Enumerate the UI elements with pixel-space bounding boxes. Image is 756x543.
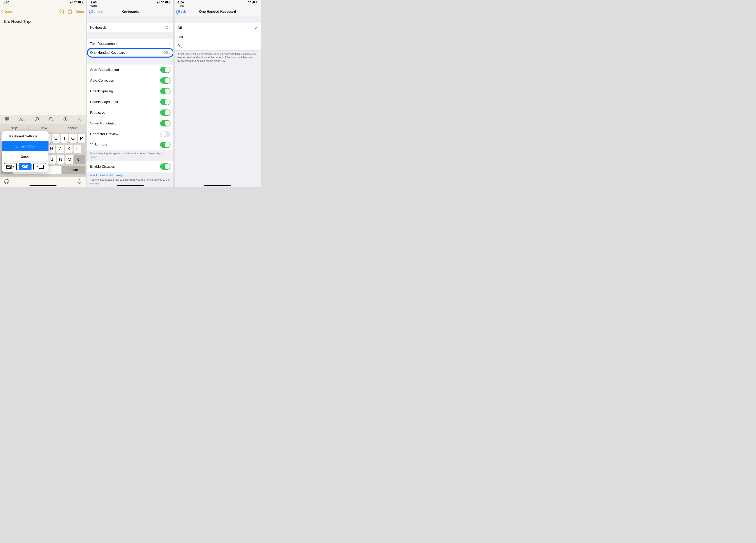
- toggle[interactable]: [160, 163, 171, 170]
- back-label: Back: [178, 10, 186, 14]
- row-caps[interactable]: Enable Caps Lock: [87, 97, 173, 107]
- toggle[interactable]: [160, 131, 171, 137]
- phone-notes: 1:00 Notes Done It's Road Trip Aa: [0, 0, 86, 187]
- toggle[interactable]: [160, 142, 171, 148]
- svg-rect-35: [24, 166, 25, 167]
- toggle[interactable]: [160, 120, 171, 126]
- emoji-icon[interactable]: [4, 179, 9, 185]
- key-k[interactable]: K: [65, 145, 73, 153]
- back-label: Notes: [4, 10, 13, 14]
- popup-keyboard-settings[interactable]: Keyboard Settings…: [2, 131, 48, 141]
- key-return[interactable]: return: [62, 166, 85, 174]
- close-icon[interactable]: [78, 117, 81, 122]
- key-l[interactable]: L: [74, 145, 81, 153]
- row-one-handed[interactable]: One Handed Keyboard Off›: [87, 48, 173, 57]
- svg-rect-0: [69, 3, 70, 3]
- row-char-preview[interactable]: Character Preview: [87, 129, 173, 139]
- add-icon[interactable]: [49, 117, 53, 122]
- add-person-icon[interactable]: [59, 9, 64, 15]
- phone-one-handed: 1:00 Notes Back One Handed Keyboard Off …: [175, 0, 261, 187]
- row-auto-corr[interactable]: Auto-Correction: [87, 75, 173, 86]
- svg-point-15: [4, 179, 9, 184]
- toggle[interactable]: [160, 99, 171, 105]
- toggle[interactable]: [160, 109, 171, 116]
- toggle[interactable]: [160, 67, 171, 73]
- svg-rect-54: [165, 1, 168, 3]
- markup-icon[interactable]: [63, 117, 68, 122]
- status-icons: [156, 1, 170, 3]
- row-predictive[interactable]: Predictive: [87, 107, 173, 118]
- text-style-button[interactable]: Aa: [19, 117, 25, 122]
- svg-rect-44: [39, 166, 40, 167]
- layout-full-button[interactable]: [19, 163, 32, 170]
- key-j[interactable]: J: [56, 145, 64, 153]
- svg-rect-42: [41, 165, 42, 166]
- row-auto-cap[interactable]: Auto-Capitalization: [87, 64, 173, 75]
- globe-popup: Keyboard Settings… English (US) Emoji: [2, 131, 48, 172]
- layout-right-button[interactable]: [33, 163, 46, 170]
- home-indicator[interactable]: [29, 185, 57, 186]
- share-icon[interactable]: [68, 9, 72, 15]
- row-spell[interactable]: Check Spelling: [87, 86, 173, 97]
- svg-rect-59: [247, 1, 247, 3]
- svg-rect-22: [9, 165, 9, 166]
- back-button[interactable]: General: [88, 9, 103, 14]
- option-left[interactable]: Left: [175, 33, 261, 41]
- key-m[interactable]: M: [65, 155, 73, 164]
- svg-rect-52: [159, 1, 160, 3]
- svg-rect-5: [78, 1, 81, 3]
- chevron-left-icon: [1, 9, 4, 14]
- back-button[interactable]: Notes: [1, 9, 13, 14]
- toggle[interactable]: [160, 88, 171, 94]
- done-button[interactable]: Done: [76, 10, 84, 14]
- status-icons: [244, 1, 257, 3]
- svg-rect-20: [7, 165, 7, 166]
- note-content[interactable]: It's Road Trip: [0, 16, 86, 115]
- breadcrumb-return[interactable]: Notes: [175, 4, 261, 7]
- settings-list[interactable]: Off ✓ Left Right If you have multiple ke…: [175, 16, 261, 187]
- chevron-right-icon: ›: [169, 25, 171, 30]
- row-keyboards[interactable]: Keyboards 2›: [87, 23, 173, 32]
- option-right[interactable]: Right: [175, 41, 261, 50]
- toggle[interactable]: [160, 77, 171, 84]
- svg-rect-34: [22, 166, 23, 167]
- dictation-icon[interactable]: [77, 179, 82, 185]
- prediction-3[interactable]: Tripping: [57, 124, 86, 133]
- key-i[interactable]: I: [61, 134, 68, 143]
- svg-rect-56: [244, 3, 244, 3]
- option-off[interactable]: Off ✓: [175, 23, 261, 33]
- back-label: General: [91, 10, 103, 14]
- home-indicator[interactable]: [117, 185, 144, 186]
- svg-rect-51: [158, 2, 159, 3]
- svg-point-16: [6, 181, 6, 181]
- key-h[interactable]: H: [48, 145, 56, 153]
- svg-rect-1: [70, 2, 71, 3]
- popup-english[interactable]: English (US): [2, 141, 48, 152]
- breadcrumb-return[interactable]: Notes: [87, 4, 173, 7]
- layout-left-button[interactable]: [4, 163, 17, 170]
- key-p[interactable]: P: [78, 134, 85, 143]
- key-n[interactable]: N: [57, 155, 65, 164]
- link-dictation-privacy[interactable]: About Dictation and Privacy…: [87, 172, 173, 177]
- popup-emoji[interactable]: Emoji: [2, 152, 48, 162]
- row-dot-shortcut[interactable]: "." Shortcut: [87, 139, 173, 150]
- svg-rect-47: [42, 166, 43, 167]
- popup-layout-row: [2, 162, 48, 172]
- key-b[interactable]: B: [48, 155, 56, 164]
- svg-rect-38: [23, 167, 27, 168]
- settings-list[interactable]: Keyboards 2› Text Replacement › One Hand…: [87, 16, 173, 187]
- svg-point-17: [7, 181, 8, 181]
- key-u[interactable]: U: [52, 134, 60, 143]
- key-o[interactable]: O: [69, 134, 77, 143]
- footer-explanation: If you have multiple keyboards enabled, …: [175, 51, 261, 65]
- key-backspace[interactable]: [74, 155, 85, 164]
- svg-rect-18: [79, 179, 80, 182]
- status-bar: 1:00: [175, 0, 261, 4]
- home-indicator[interactable]: [204, 185, 231, 186]
- back-button[interactable]: Back: [175, 9, 186, 14]
- row-text-replacement[interactable]: Text Replacement ›: [87, 39, 173, 48]
- row-smart-punc[interactable]: Smart Punctuation: [87, 118, 173, 129]
- table-icon[interactable]: [5, 117, 9, 122]
- row-dictation[interactable]: Enable Dictation: [87, 161, 173, 172]
- checklist-icon[interactable]: [35, 117, 39, 122]
